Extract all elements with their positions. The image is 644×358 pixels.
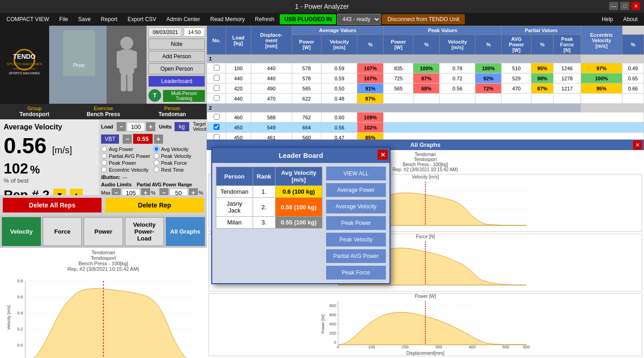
svg-text:0.6: 0.6 xyxy=(17,295,23,299)
peak-power-radio-row[interactable]: Peak Power xyxy=(101,160,153,166)
close-button[interactable]: ✕ xyxy=(631,2,640,10)
eccentric-radio-row[interactable]: Eccentric Velocity xyxy=(101,167,153,173)
add-person-button[interactable]: Add Person xyxy=(148,51,205,62)
peak-force-radio-row[interactable]: Peak Force xyxy=(153,160,205,166)
th-disp: Displace-ment[mm] xyxy=(251,26,292,55)
svg-rect-14 xyxy=(127,74,133,91)
avg-power-radio-row[interactable]: Avg Power xyxy=(101,146,153,152)
disconnect-button[interactable]: Disconnect from TENDO Unit xyxy=(382,14,465,24)
load-minus-button[interactable]: − xyxy=(117,122,126,131)
s2r3-checkbox[interactable] xyxy=(214,134,220,140)
peak-power-radio[interactable] xyxy=(101,160,107,166)
avg-velocity-radio-row[interactable]: Avg Velocity xyxy=(153,146,205,152)
table-row[interactable]: 420 490 565 0.50 91% 565 68% 0.56 72% 47… xyxy=(207,84,644,94)
leaderboard-close-button[interactable]: ✕ xyxy=(378,150,388,160)
r4-pk-vel-pct xyxy=(475,94,502,104)
r3-peak-pct: 68% xyxy=(413,84,440,94)
export-csv-menu[interactable]: Export CSV xyxy=(123,14,161,24)
max-minus-button[interactable]: − xyxy=(112,188,121,195)
r4-f-pct xyxy=(581,94,622,104)
vbt-button[interactable]: VBT xyxy=(101,134,119,144)
table-row[interactable]: 100 440 578 0.59 107% 835 100% 0.78 100%… xyxy=(207,63,644,73)
leaderboard-button[interactable]: Leaderboard xyxy=(148,76,205,87)
table-row[interactable]: 440 470 622 0.48 87% xyxy=(207,94,644,104)
about-menu[interactable]: About xyxy=(619,14,642,24)
velocity-tab[interactable]: Velocity xyxy=(2,217,41,246)
peak-velocity-radio[interactable] xyxy=(153,153,159,159)
report-menu[interactable]: Report xyxy=(96,14,122,24)
lb-avg-power-button[interactable]: Average Power xyxy=(326,183,386,197)
partial-avg-radio[interactable] xyxy=(101,153,107,159)
table-row[interactable]: 440 440 578 0.59 107% 725 87% 0.72 92% 5… xyxy=(207,73,644,84)
table-row[interactable]: 460 588 762 0.60 109% xyxy=(207,112,644,123)
save-menu[interactable]: Save xyxy=(73,14,95,24)
rep-down-button[interactable]: ▼ xyxy=(53,189,66,195)
delete-all-button[interactable]: Delete All Reps xyxy=(3,198,102,213)
table-row-selected[interactable]: 450 549 664 0.56 102% xyxy=(207,123,644,133)
s2r1-checkbox[interactable] xyxy=(214,114,220,120)
r4-pct: 87% xyxy=(357,94,384,104)
lb-peak-velocity-button[interactable]: Peak Velocity xyxy=(326,233,386,246)
eccentric-radio[interactable] xyxy=(101,167,107,173)
avg-power-radio[interactable] xyxy=(101,146,107,152)
minimize-button[interactable]: — xyxy=(609,2,618,10)
percent-value: 102 xyxy=(4,160,28,177)
note-button[interactable]: Note xyxy=(148,39,205,50)
target-minus-button[interactable]: − xyxy=(123,134,132,144)
load-plus-button[interactable]: + xyxy=(146,122,155,131)
row1-checkbox[interactable] xyxy=(214,65,220,71)
file-menu[interactable]: File xyxy=(55,14,73,24)
target-plus-button[interactable]: + xyxy=(154,134,163,144)
lb-partial-button[interactable]: Partial AVG Power xyxy=(326,249,386,263)
maximize-button[interactable]: □ xyxy=(620,2,629,10)
lb-peak-force-button[interactable]: Peak Force xyxy=(326,266,386,280)
row4-checkbox[interactable] xyxy=(214,95,220,101)
row2-checkbox[interactable] xyxy=(214,75,220,81)
r2-force-pct: 100% xyxy=(581,73,622,84)
max-plus-button[interactable]: + xyxy=(141,188,150,195)
r3-power: 565 xyxy=(292,84,322,94)
lb-peak-power-button[interactable]: Peak Power xyxy=(326,216,386,230)
rest-time-radio-row[interactable]: Rest Time xyxy=(153,167,205,173)
s2r1-empty xyxy=(384,112,644,123)
device-select[interactable]: 443 - ready xyxy=(337,14,381,25)
refresh-menu[interactable]: Refresh xyxy=(250,14,279,24)
peak-force-radio[interactable] xyxy=(153,160,159,166)
rest-time-radio[interactable] xyxy=(153,167,159,173)
lb-avg-velocity-button[interactable]: Average Velocity xyxy=(326,200,386,213)
peak-velocity-radio-row[interactable]: Peak Velocity xyxy=(153,153,205,159)
app-title: 1 - Power Analyzer xyxy=(295,3,349,10)
all-graphs-tab[interactable]: All Graphs xyxy=(166,217,205,246)
help-menu[interactable]: Help xyxy=(597,14,618,24)
read-memory-menu[interactable]: Read Memory xyxy=(206,14,249,24)
power-tab[interactable]: Power xyxy=(84,217,123,246)
partial-minus-button[interactable]: − xyxy=(159,188,169,195)
r2-peak-vel-pct: 92% xyxy=(475,73,502,84)
row3-checkbox[interactable] xyxy=(214,85,220,91)
target-stepper[interactable]: − 0.55 + xyxy=(123,134,163,144)
compact-view-menu[interactable]: COMPACT VIEW xyxy=(2,14,54,24)
lb-row-2[interactable]: Jasny Jack 2. 0.58 (100 kg) xyxy=(216,198,322,217)
table-row[interactable]: 450 461 560 0.47 85% xyxy=(207,133,644,140)
open-person-button[interactable]: Open Person xyxy=(148,63,205,74)
load-stepper[interactable]: − 100 + xyxy=(117,122,155,132)
units-button[interactable]: kg xyxy=(175,122,190,131)
graphs-close-button[interactable]: ✕ xyxy=(633,140,642,150)
force-tab[interactable]: Force xyxy=(43,217,82,246)
partial-plus-button[interactable]: + xyxy=(189,188,198,195)
delete-rep-button[interactable]: Delete Rep xyxy=(105,198,204,213)
lb-view-all-button[interactable]: VIEW ALL xyxy=(326,167,386,180)
lb-row-3[interactable]: Milan 3. 0.55 (100 kg) xyxy=(216,217,322,229)
s2r2-checkbox[interactable] xyxy=(214,124,220,130)
date-picker-button[interactable]: 08/03/2021 xyxy=(148,28,182,37)
partial-avg-radio-row[interactable]: Partial AVG Power xyxy=(101,153,153,159)
lb-row-1[interactable]: Tendoman 1. 0.6 (100 kg) xyxy=(216,186,322,198)
rep-up-button[interactable]: ▲ xyxy=(70,189,83,195)
admin-center-menu[interactable]: Admin Center xyxy=(162,14,204,24)
velocity-power-load-tab[interactable]: Velocity Power-Load xyxy=(125,217,164,246)
th-peak-power: Power[W] xyxy=(384,35,413,55)
avg-velocity-radio[interactable] xyxy=(153,146,159,152)
r2-disp: 440 xyxy=(251,73,292,84)
r4-avg-p xyxy=(502,94,531,104)
rep-label: Rep # xyxy=(4,188,39,195)
